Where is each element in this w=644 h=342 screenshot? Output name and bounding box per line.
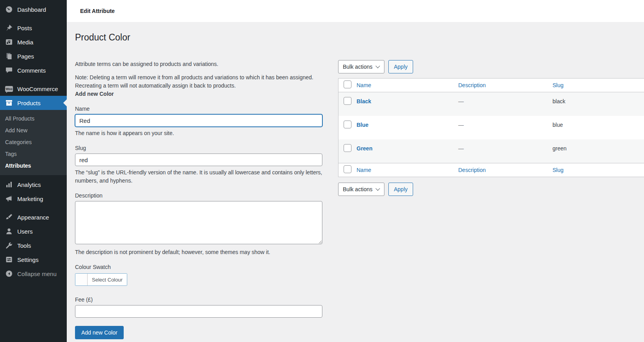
slug-input[interactable] <box>75 154 322 166</box>
column-footer-description[interactable]: Description <box>458 167 486 173</box>
bulk-actions-label: Bulk actions <box>343 64 372 70</box>
row-checkbox[interactable] <box>344 121 351 128</box>
sidebar-item-comments[interactable]: Comments <box>0 63 67 77</box>
name-help: The name is how it appears on your site. <box>75 129 322 137</box>
comment-bubble-icon <box>5 66 13 74</box>
admin-sidebar: Dashboard Posts Media Pages Comments Woo… <box>0 0 67 342</box>
apply-button[interactable]: Apply <box>388 183 413 196</box>
table-row: Black — black <box>338 92 644 116</box>
products-box-icon <box>5 99 13 107</box>
note-text: Note: Deleting a term will remove it fro… <box>75 73 322 90</box>
sidebar-item-label: Marketing <box>17 196 43 202</box>
fee-input[interactable] <box>75 305 322 318</box>
submenu-item-categories[interactable]: Categories <box>0 136 67 148</box>
select-all-checkbox[interactable] <box>344 80 351 88</box>
sidebar-item-label: Pages <box>17 53 34 60</box>
sidebar-item-label: Collapse menu <box>17 271 57 277</box>
sidebar-item-posts[interactable]: Posts <box>0 21 67 35</box>
submenu-item-all-products[interactable]: All Products <box>0 113 67 124</box>
sidebar-item-settings[interactable]: Settings <box>0 252 67 267</box>
submenu-item-tags[interactable]: Tags <box>0 148 67 160</box>
sidebar-item-users[interactable]: Users <box>0 224 67 238</box>
description-textarea[interactable] <box>75 201 322 244</box>
page-title: Product Color <box>75 32 644 43</box>
dashboard-icon <box>5 5 13 13</box>
column-header-slug[interactable]: Slug <box>553 82 564 88</box>
sidebar-item-label: Media <box>17 39 33 46</box>
tablenav-top: Bulk actions Apply <box>338 60 644 73</box>
sidebar-item-marketing[interactable]: Marketing <box>0 192 67 206</box>
colour-swatch-label: Colour Swatch <box>75 264 322 270</box>
name-label: Name <box>75 106 322 112</box>
sidebar-item-label: Tools <box>17 242 31 249</box>
user-icon <box>5 227 13 235</box>
term-slug: blue <box>553 122 563 128</box>
term-name-link[interactable]: Black <box>357 98 371 104</box>
bulk-actions-select[interactable]: Bulk actions <box>338 60 384 73</box>
add-new-color-heading: Add new Color <box>75 90 322 98</box>
submenu-item-attributes[interactable]: Attributes <box>0 160 67 172</box>
sidebar-item-pages[interactable]: Pages <box>0 49 67 63</box>
table-row: Blue — blue <box>338 116 644 139</box>
screen-title: Edit Attribute <box>80 8 115 14</box>
sidebar-separator <box>0 206 67 210</box>
submenu-item-add-new[interactable]: Add New <box>0 124 67 136</box>
fee-label: Fee (£) <box>75 296 322 303</box>
bulk-actions-select[interactable]: Bulk actions <box>338 183 384 196</box>
sidebar-item-label: Analytics <box>17 181 41 188</box>
column-header-name[interactable]: Name <box>357 82 371 88</box>
tablenav-bottom: Bulk actions Apply <box>338 183 644 196</box>
slug-help: The “slug” is the URL-friendly version o… <box>75 168 322 185</box>
media-icon <box>5 38 13 46</box>
sidebar-item-analytics[interactable]: Analytics <box>0 177 67 192</box>
sidebar-item-products[interactable]: Products <box>0 96 67 110</box>
terms-table: Name Description Slug Black — black Blue… <box>338 78 644 177</box>
current-menu-arrow <box>63 99 67 106</box>
name-input[interactable] <box>75 114 322 127</box>
analytics-chart-icon <box>5 181 13 188</box>
chevron-down-icon <box>376 64 380 68</box>
chevron-down-icon <box>376 186 380 190</box>
sidebar-item-label: Products <box>17 100 40 106</box>
term-slug: black <box>553 98 565 104</box>
woocommerce-icon: Woo <box>5 85 13 93</box>
settings-sliders-icon <box>5 256 13 263</box>
sidebar-item-collapse-menu[interactable]: Collapse menu <box>0 267 67 281</box>
table-header-row: Name Description Slug <box>338 79 644 92</box>
term-description: — <box>458 98 464 104</box>
terms-table-section: Bulk actions Apply Name Description Slug… <box>338 60 644 196</box>
sidebar-item-label: Users <box>17 228 33 235</box>
slug-label: Slug <box>75 145 322 151</box>
sidebar-item-appearance[interactable]: Appearance <box>0 210 67 224</box>
sidebar-item-label: Posts <box>17 25 32 31</box>
column-header-description[interactable]: Description <box>458 82 486 88</box>
sidebar-separator <box>0 16 67 21</box>
column-footer-name[interactable]: Name <box>357 167 371 173</box>
megaphone-icon <box>5 195 13 203</box>
row-checkbox[interactable] <box>344 144 351 152</box>
sidebar-item-woocommerce[interactable]: Woo WooCommerce <box>0 82 67 96</box>
term-name-link[interactable]: Green <box>357 145 372 152</box>
term-name-link[interactable]: Blue <box>357 122 368 128</box>
content-area: Product Color Attribute terms can be ass… <box>67 22 644 342</box>
sidebar-item-label: Dashboard <box>17 6 46 13</box>
apply-button[interactable]: Apply <box>388 60 413 73</box>
add-new-color-button[interactable]: Add new Color <box>75 326 124 339</box>
table-footer-row: Name Description Slug <box>338 163 644 177</box>
column-footer-slug[interactable]: Slug <box>553 167 564 173</box>
row-checkbox[interactable] <box>344 97 351 105</box>
term-description: — <box>458 145 464 152</box>
table-row: Green — green <box>338 139 644 163</box>
term-description: — <box>458 122 464 128</box>
select-colour-button[interactable]: Select Colour <box>75 273 127 286</box>
sidebar-item-tools[interactable]: Tools <box>0 238 67 252</box>
select-colour-label: Select Colour <box>88 274 127 285</box>
paint-brush-icon <box>5 213 13 221</box>
colour-swatch-preview <box>75 274 88 285</box>
products-submenu: All Products Add New Categories Tags Att… <box>0 110 67 175</box>
sidebar-item-dashboard[interactable]: Dashboard <box>0 2 67 16</box>
select-all-checkbox[interactable] <box>344 165 351 173</box>
description-help: The description is not prominent by defa… <box>75 248 322 256</box>
add-term-form: Attribute terms can be assigned to produ… <box>75 60 322 339</box>
sidebar-item-media[interactable]: Media <box>0 35 67 49</box>
